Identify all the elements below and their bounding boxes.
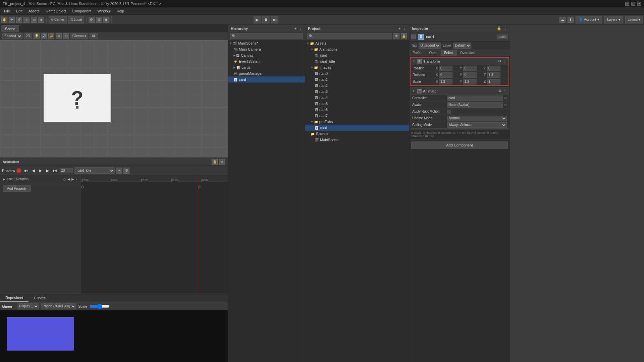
- add-component-button[interactable]: Add Component: [411, 141, 508, 149]
- project-options-icon[interactable]: ⋮: [402, 26, 406, 31]
- project-item-card-idle[interactable]: 🎬 card_idle: [305, 58, 409, 64]
- game-tab[interactable]: Game: [2, 304, 12, 308]
- rect-tool[interactable]: ▭: [31, 17, 37, 23]
- position-x-input[interactable]: 0: [439, 66, 452, 71]
- menu-help[interactable]: Help: [114, 8, 127, 14]
- project-search-bar[interactable]: 🔍: [307, 33, 392, 39]
- animation-timeline[interactable]: ▶ card : Rotation ◇ ◀ ▶ + Add Property |…: [0, 175, 228, 294]
- skip-forward-button[interactable]: ⏭: [52, 168, 58, 174]
- pause-button[interactable]: ⏸: [262, 16, 270, 23]
- all-button[interactable]: All: [90, 33, 97, 39]
- hierarchy-add-icon[interactable]: +: [294, 26, 297, 31]
- card-game-object[interactable]: ?: [44, 74, 111, 122]
- project-item-rtan6[interactable]: 🖼 rtan6: [305, 107, 409, 113]
- project-item-rtan3[interactable]: 🖼 rtan3: [305, 88, 409, 95]
- menu-edit[interactable]: Edit: [13, 8, 25, 14]
- hierarchy-item-cards[interactable]: ▶ 🃏 cards: [228, 64, 305, 70]
- display-select[interactable]: Display 1: [17, 303, 39, 309]
- object-enabled-checkbox[interactable]: [411, 35, 416, 39]
- scale-tool[interactable]: ⤢: [23, 17, 30, 23]
- project-item-scenes[interactable]: 📁 Scenes: [305, 131, 409, 137]
- close-button[interactable]: ✕: [637, 2, 641, 6]
- play-button[interactable]: ▶: [254, 16, 261, 23]
- timeline-playhead[interactable]: [198, 175, 198, 294]
- project-item-prefabs[interactable]: ▼ 📁 preFabs: [305, 119, 409, 125]
- play-anim-button[interactable]: ▶: [38, 168, 43, 174]
- project-item-card-prefab[interactable]: 🃏 card: [305, 125, 409, 131]
- update-mode-select[interactable]: Normal: [447, 116, 507, 121]
- menu-window[interactable]: Window: [95, 8, 113, 14]
- record-button[interactable]: [16, 168, 21, 173]
- controller-pick-icon[interactable]: ⊙: [504, 96, 507, 100]
- space-button[interactable]: ⊡ Local: [68, 16, 84, 23]
- scale-slider[interactable]: [90, 304, 110, 309]
- clip-select[interactable]: card_idle: [74, 167, 115, 174]
- avatar-input[interactable]: None (Avatar): [447, 102, 503, 108]
- rotate-tool[interactable]: ↺: [16, 17, 22, 23]
- scale-x-input[interactable]: 1.3: [439, 79, 452, 84]
- prev-frame-button[interactable]: ◀: [31, 168, 36, 174]
- combo-tool[interactable]: ◈: [38, 17, 44, 23]
- hierarchy-options-icon[interactable]: ⋮: [299, 26, 302, 31]
- timeline-scrub-area[interactable]: |0:00 |0:05 |0:10 |0:15 |0:20 |0:25 |0:3…: [80, 175, 228, 294]
- frame-number-input[interactable]: 20: [60, 168, 73, 173]
- hierarchy-item-maincamera[interactable]: 📷 Main Camera: [228, 46, 305, 52]
- scale-y-input[interactable]: 1.3: [463, 79, 477, 84]
- object-name[interactable]: card: [426, 35, 434, 39]
- next-frame-button[interactable]: ▶: [45, 168, 50, 174]
- scale-z-input[interactable]: 1: [487, 79, 500, 84]
- track-add-icon[interactable]: +: [75, 177, 77, 181]
- tab-dopesheet[interactable]: Dopesheet: [0, 294, 29, 302]
- scene-extra1[interactable]: ⊞: [56, 33, 62, 39]
- extra-tool-2[interactable]: ⊞: [96, 17, 102, 23]
- hand-tool[interactable]: ✋: [1, 17, 7, 23]
- hierarchy-item-mainscene[interactable]: ▼ 🎬 MainScene*: [228, 40, 305, 46]
- inspector-options-icon[interactable]: ⋮: [503, 26, 507, 31]
- track-next-icon[interactable]: ▶: [71, 177, 74, 181]
- project-item-mainscene[interactable]: 🎬 MainScene: [305, 137, 409, 143]
- project-item-animations[interactable]: ▼ 📁 Animations: [305, 46, 409, 52]
- resolution-select[interactable]: Phone (760x1280): [41, 303, 76, 309]
- rotation-z-input[interactable]: 1.3: [487, 72, 500, 78]
- project-item-images[interactable]: ▼ 📁 Images: [305, 64, 409, 70]
- position-y-input[interactable]: 0: [463, 66, 477, 71]
- layout-button[interactable]: Layout ▾: [625, 16, 643, 23]
- account-button[interactable]: 👤 Account ▾: [576, 16, 602, 23]
- project-item-rtan1[interactable]: 🖼 rtan1: [305, 76, 409, 82]
- menu-assets[interactable]: Assets: [26, 8, 42, 14]
- menu-gameobject[interactable]: GameObject: [43, 8, 69, 14]
- project-eye-icon[interactable]: 👁: [393, 33, 399, 39]
- anim-add-icon[interactable]: +: [116, 168, 122, 174]
- scene-viewport[interactable]: ?: [0, 40, 228, 158]
- transform-more-icon[interactable]: ⋮: [503, 59, 506, 63]
- lighting-icon[interactable]: 💡: [34, 33, 40, 39]
- menu-file[interactable]: File: [1, 8, 13, 14]
- hierarchy-item-canvas[interactable]: ▶ 🖼 Canvas: [228, 52, 305, 58]
- project-add-icon[interactable]: +: [398, 26, 400, 31]
- maximize-button[interactable]: □: [631, 2, 635, 6]
- anim-close-icon[interactable]: ✕: [219, 159, 225, 165]
- minimize-button[interactable]: ─: [625, 2, 629, 6]
- project-item-assets[interactable]: ▼ 📁 Assets: [305, 40, 409, 46]
- tab-open[interactable]: Open: [426, 50, 440, 56]
- position-z-input[interactable]: 0: [487, 66, 500, 71]
- extra-tool-3[interactable]: ◉: [103, 17, 109, 23]
- extra-tool-1[interactable]: ⚙: [89, 17, 95, 23]
- animator-settings-icon[interactable]: ⚙: [498, 89, 502, 93]
- layers-button[interactable]: Layers ▾: [604, 16, 623, 23]
- rotation-x-input[interactable]: 0: [439, 72, 452, 78]
- add-property-button[interactable]: Add Property: [3, 185, 31, 192]
- shading-select[interactable]: Shaded: [2, 33, 22, 39]
- track-keyframe-icon[interactable]: ◇: [63, 177, 66, 181]
- avatar-pick-icon[interactable]: ⊙: [504, 103, 507, 107]
- hierarchy-item-card[interactable]: 🃏 card ⋮: [228, 76, 305, 82]
- apply-root-motion-checkbox[interactable]: [447, 110, 451, 114]
- cloud-icon[interactable]: ⬆: [568, 17, 574, 23]
- project-item-rtan2[interactable]: 🖼 rtan2: [305, 82, 409, 88]
- scene-extra2[interactable]: ⊡: [63, 33, 69, 39]
- transform-settings-icon[interactable]: ⚙: [498, 59, 501, 63]
- game-viewport[interactable]: [0, 310, 228, 362]
- step-button[interactable]: ⏭: [271, 16, 278, 23]
- project-item-rtan5[interactable]: 🖼 rtan5: [305, 101, 409, 107]
- move-tool[interactable]: ✛: [9, 17, 15, 23]
